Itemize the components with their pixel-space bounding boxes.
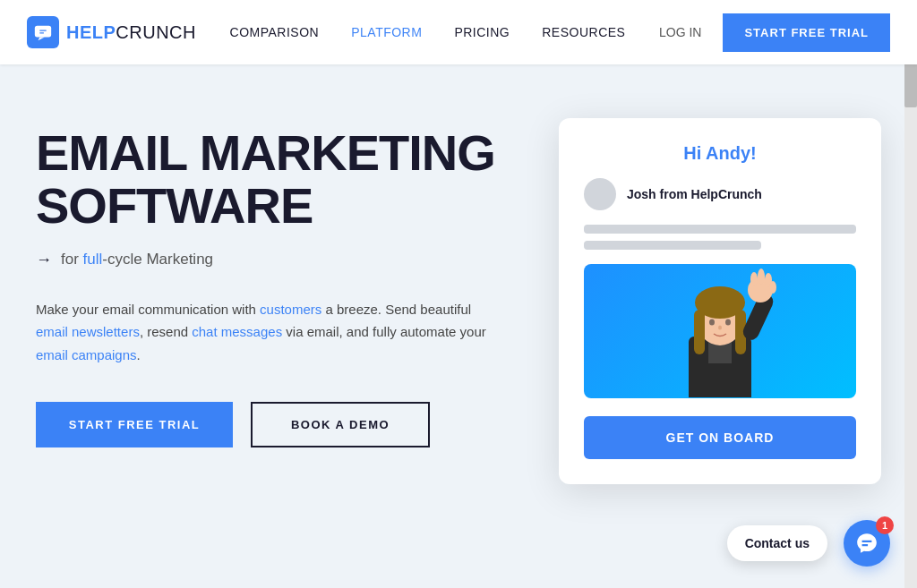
helpcrunch-logo-svg [33,22,53,42]
svg-point-15 [769,281,776,294]
hero-card: Hi Andy! Josh from HelpCrunch [559,118,881,484]
text-line-1 [584,225,856,234]
logo: HELPCRUNCH [27,16,196,48]
svg-point-7 [709,320,715,326]
nav-comparison[interactable]: COMPARISON [230,24,320,40]
headline-line1: EMAIL MARKETING [36,124,495,181]
navbar: HELPCRUNCH COMPARISON PLATFORM PRICING R… [0,0,917,64]
start-trial-nav-button[interactable]: START FREE TRIAL [723,13,890,52]
scrollbar[interactable] [904,0,917,588]
svg-point-9 [718,326,722,330]
cta-buttons: START FREE TRIAL BOOK A DEMO [36,402,523,447]
nav-links: COMPARISON PLATFORM PRICING RESOURCES [230,24,626,40]
svg-rect-5 [694,310,705,354]
logo-part2: CRUNCH [116,22,196,42]
start-trial-hero-button[interactable]: START FREE TRIAL [36,402,233,447]
card-user-row: Josh from HelpCrunch [584,178,856,210]
card-image [584,264,856,398]
get-on-board-button[interactable]: GET ON BOARD [584,416,856,459]
svg-point-13 [758,268,765,285]
contact-us-button[interactable]: Contact us [727,525,827,561]
nav-pricing-link[interactable]: PRICING [454,25,510,39]
nav-pricing[interactable]: PRICING [454,24,510,40]
nav-right: LOG IN START FREE TRIAL [659,13,890,52]
logo-icon [27,16,59,48]
card-greeting: Hi Andy! [584,143,856,164]
subheadline: → for full-cycle Marketing [36,251,523,269]
logo-part1: HELP [66,22,116,42]
book-demo-button[interactable]: BOOK A DEMO [251,402,430,447]
user-name: Josh from HelpCrunch [627,187,762,201]
text-line-2 [584,241,761,250]
avatar [584,178,616,210]
hero-headline: EMAIL MARKETING SOFTWARE [36,127,523,233]
login-button[interactable]: LOG IN [659,25,701,39]
nav-resources[interactable]: RESOURCES [542,24,625,40]
hero-description: Make your email communication with custo… [36,298,501,367]
nav-platform-link[interactable]: PLATFORM [351,25,422,39]
person-svg [662,265,778,397]
arrow-icon: → [36,251,52,269]
svg-rect-0 [35,26,51,38]
nav-resources-link[interactable]: RESOURCES [542,25,625,39]
headline-line2: SOFTWARE [36,177,313,234]
chat-icon [855,532,878,555]
logo-text: HELPCRUNCH [66,22,196,43]
card-text-lines [584,225,856,250]
svg-point-8 [725,320,731,326]
chat-icon-button[interactable]: 1 [844,520,890,567]
nav-comparison-link[interactable]: COMPARISON [230,25,320,39]
subheadline-highlight: full [83,251,103,268]
notification-badge: 1 [876,516,894,534]
nav-platform[interactable]: PLATFORM [351,24,422,40]
subheadline-text: for full-cycle Marketing [61,251,213,268]
svg-point-12 [750,272,758,286]
main-content: EMAIL MARKETING SOFTWARE → for full-cycl… [0,64,917,588]
hero-left: EMAIL MARKETING SOFTWARE → for full-cycl… [36,118,523,447]
